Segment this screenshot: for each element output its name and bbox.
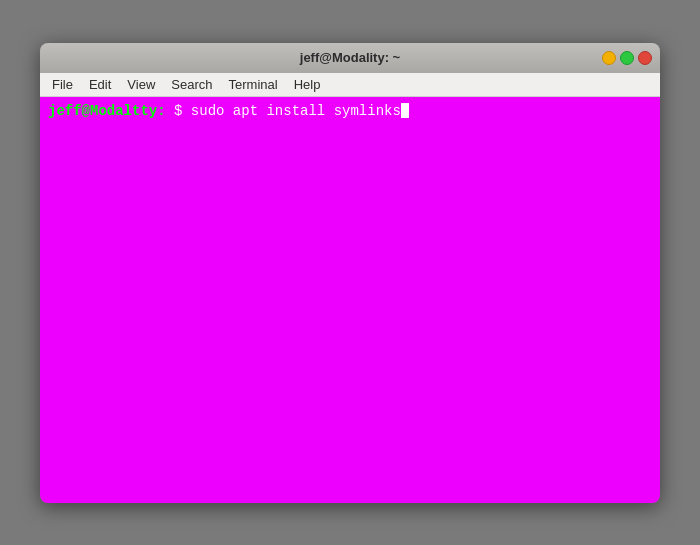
menu-view[interactable]: View xyxy=(119,75,163,94)
terminal-window: jeff@Modality: ~ – □ ✕ File Edit View Se… xyxy=(40,43,660,503)
window-title: jeff@Modality: ~ xyxy=(300,50,400,65)
maximize-button[interactable]: □ xyxy=(620,51,634,65)
terminal-command: sudo apt install symlinks xyxy=(191,103,401,119)
minimize-button[interactable]: – xyxy=(602,51,616,65)
terminal-line: jeff@Modaltty: $ sudo apt install symlin… xyxy=(48,103,652,119)
close-button[interactable]: ✕ xyxy=(638,51,652,65)
titlebar: jeff@Modality: ~ – □ ✕ xyxy=(40,43,660,73)
menu-terminal[interactable]: Terminal xyxy=(221,75,286,94)
terminal-cursor xyxy=(401,103,409,118)
menubar: File Edit View Search Terminal Help xyxy=(40,73,660,97)
desktop: jeff@Modality: ~ – □ ✕ File Edit View Se… xyxy=(0,0,700,545)
menu-file[interactable]: File xyxy=(44,75,81,94)
menu-search[interactable]: Search xyxy=(163,75,220,94)
terminal-body[interactable]: jeff@Modaltty: $ sudo apt install symlin… xyxy=(40,97,660,503)
terminal-prompt-user: jeff@Modaltty: xyxy=(48,103,166,119)
window-controls: – □ ✕ xyxy=(602,51,652,65)
terminal-prompt-dollar: $ xyxy=(166,103,191,119)
menu-help[interactable]: Help xyxy=(286,75,329,94)
menu-edit[interactable]: Edit xyxy=(81,75,119,94)
